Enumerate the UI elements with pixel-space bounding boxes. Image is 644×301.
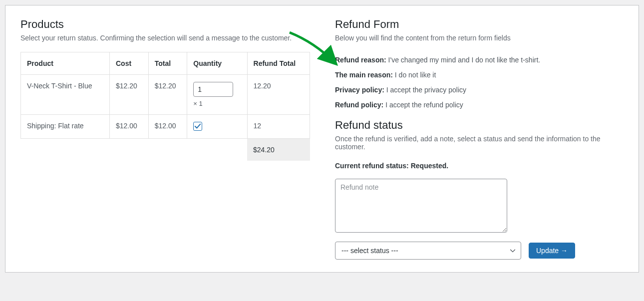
cell-cost: $12.00: [110, 115, 149, 139]
cell-refund-total: 12: [247, 115, 310, 139]
refund-note-textarea[interactable]: [335, 179, 507, 233]
check-icon: [194, 123, 201, 130]
total-row: $24.20: [21, 139, 310, 161]
products-subtitle: Select your return status. Confirming th…: [20, 34, 310, 42]
quantity-note: × 1: [193, 100, 241, 107]
products-title: Products: [20, 18, 310, 31]
col-cost: Cost: [110, 52, 149, 75]
update-button[interactable]: Update →: [529, 243, 575, 259]
refund-form-subtitle: Below you will find the content from the…: [335, 34, 624, 42]
field-privacy-policy: Privacy policy: I accept the privacy pol…: [335, 86, 624, 94]
table-row: V-Neck T-Shirt - Blue $12.20 $12.20 × 1 …: [21, 75, 310, 115]
refund-status-title: Refund status: [335, 119, 624, 132]
cell-quantity: [187, 115, 247, 139]
cell-refund-total: 12.20: [247, 75, 310, 115]
grand-total: $24.20: [247, 139, 310, 161]
refund-status-subtitle: Once the refund is verified, add a note,…: [335, 135, 624, 151]
table-row: Shipping: Flat rate $12.00 $12.00 12: [21, 115, 310, 139]
col-total: Total: [148, 52, 187, 75]
cell-cost: $12.20: [110, 75, 149, 115]
shipping-refund-checkbox[interactable]: [193, 122, 202, 131]
current-refund-status: Current refund status: Requested.: [335, 162, 624, 170]
refund-form-title: Refund Form: [335, 18, 624, 31]
field-refund-policy: Refund policy: I accept the refund polic…: [335, 101, 624, 109]
cell-total: $12.00: [148, 115, 187, 139]
field-refund-reason: Refund reason: I've changed my mind and …: [335, 56, 624, 64]
cell-quantity: × 1: [187, 75, 247, 115]
quantity-input[interactable]: [193, 82, 233, 97]
cell-total: $12.20: [148, 75, 187, 115]
refund-column: Refund Form Below you will find the cont…: [335, 18, 624, 260]
col-product: Product: [21, 52, 110, 75]
col-refund-total: Refund Total: [247, 52, 310, 75]
refund-panel: Products Select your return status. Conf…: [5, 5, 639, 273]
products-column: Products Select your return status. Conf…: [20, 18, 310, 260]
products-table: Product Cost Total Quantity Refund Total…: [20, 52, 310, 161]
cell-product: V-Neck T-Shirt - Blue: [21, 75, 110, 115]
cell-product: Shipping: Flat rate: [21, 115, 110, 139]
col-quantity: Quantity: [187, 52, 247, 75]
field-main-reason: The main reason: I do not like it: [335, 71, 624, 79]
status-select[interactable]: --- select status ---: [335, 242, 521, 260]
